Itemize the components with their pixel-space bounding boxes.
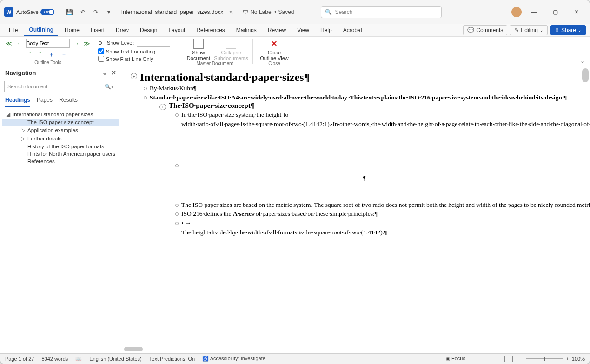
caret-right-icon[interactable]: ▷ <box>21 127 26 133</box>
nav-tab-pages[interactable]: Pages <box>37 97 53 107</box>
document-filename[interactable]: International_standard_paper_sizes.docx <box>121 9 223 15</box>
view-print-icon[interactable] <box>489 356 497 362</box>
outline-handle-icon[interactable]: + <box>131 73 137 79</box>
user-avatar[interactable] <box>511 7 522 17</box>
document-canvas[interactable]: +International·standard·paper·sizes¶ By·… <box>121 66 590 255</box>
tab-insert[interactable]: Insert <box>86 25 109 35</box>
group-label-outline: Outline Tools <box>34 60 61 65</box>
promote-icon[interactable]: ← <box>15 39 24 48</box>
demote-icon[interactable]: → <box>72 39 80 48</box>
nav-tab-headings[interactable]: Headings <box>5 97 30 107</box>
nav-dropdown-icon[interactable]: ⌄ <box>102 69 107 76</box>
show-first-line-checkbox[interactable]: Show First Line Only <box>98 56 170 62</box>
tab-design[interactable]: Design <box>135 25 162 35</box>
status-words[interactable]: 8042 words <box>41 356 68 362</box>
nav-heading-item[interactable]: The ISO paper size concept <box>2 119 119 126</box>
undo-icon[interactable]: ↶ <box>78 7 88 17</box>
tab-file[interactable]: File <box>4 25 22 35</box>
outline-bullet-icon[interactable] <box>144 87 147 90</box>
save-icon[interactable]: 💾 <box>65 7 75 17</box>
save-dropdown-icon[interactable]: ⌄ <box>296 10 299 14</box>
horizontal-scrollbar[interactable] <box>122 346 581 352</box>
outline-bullet-icon[interactable] <box>175 164 179 167</box>
move-down-icon[interactable]: ˅ <box>37 50 43 60</box>
close-outline-button[interactable]: ✕ Close Outline View <box>259 39 289 61</box>
tab-view[interactable]: View <box>292 25 314 35</box>
doc-pilcrow-floating[interactable]: ¶ <box>363 175 562 182</box>
spellcheck-icon[interactable]: 📖 <box>75 356 82 362</box>
shield-icon: 🛡 <box>243 9 248 15</box>
tab-layout[interactable]: Layout <box>164 25 190 35</box>
doc-paragraph[interactable]: • → The·height·divided·by·the·width·of·a… <box>181 218 377 237</box>
status-page[interactable]: Page 1 of 27 <box>5 356 34 362</box>
outline-handle-icon[interactable]: + <box>159 104 166 110</box>
zoom-level[interactable]: 100% <box>572 356 585 362</box>
show-document-button[interactable]: Show Document <box>184 39 213 61</box>
status-accessibility[interactable]: ♿ Accessibility: Investigate <box>202 356 265 362</box>
show-level-dropdown[interactable] <box>137 39 170 47</box>
tab-mailings[interactable]: Mailings <box>232 25 261 35</box>
tab-outlining[interactable]: Outlining <box>24 25 58 36</box>
demote-to-body-icon[interactable]: ≫ <box>82 39 92 48</box>
doc-paragraph[interactable]: The·ISO·paper·sizes·are·based·on·the·met… <box>181 200 377 210</box>
tab-draw[interactable]: Draw <box>111 25 133 35</box>
nav-heading-item[interactable]: Hints for North American paper users <box>2 150 119 158</box>
vertical-scrollbar[interactable] <box>582 68 589 82</box>
tab-review[interactable]: Review <box>263 25 291 35</box>
filename-dropdown-icon[interactable]: ✎ <box>226 7 236 17</box>
zoom-out-button[interactable]: − <box>520 356 523 362</box>
collapse-icon[interactable]: － <box>60 50 68 60</box>
editing-mode-button[interactable]: ✎Editing⌄ <box>510 25 548 35</box>
zoom-in-button[interactable]: + <box>566 356 569 362</box>
show-level-row[interactable]: ⊕⁻Show Level: <box>98 39 170 47</box>
save-status: Saved <box>278 9 294 15</box>
nav-heading-item[interactable]: History of the ISO paper formats <box>2 143 119 150</box>
doc-paragraph[interactable]: In·the·ISO·paper·size·system,·the·height… <box>181 110 377 128</box>
doc-title[interactable]: International·standard·paper·sizes¶ <box>140 71 310 84</box>
caret-right-icon[interactable]: ▷ <box>21 135 26 142</box>
nav-tab-results[interactable]: Results <box>59 97 78 107</box>
doc-intro[interactable]: Standard·paper·sizes·like·ISO·A4·are·wid… <box>150 93 391 102</box>
outline-bullet-icon[interactable] <box>175 212 179 216</box>
outline-level-select[interactable] <box>26 39 70 48</box>
expand-icon[interactable]: ＋ <box>47 50 56 60</box>
tab-home[interactable]: Home <box>60 25 84 35</box>
group-label-master: Master Document <box>196 61 233 66</box>
view-read-icon[interactable] <box>473 356 481 362</box>
move-up-icon[interactable]: ˄ <box>27 50 33 60</box>
outline-bullet-icon[interactable] <box>175 113 179 117</box>
search-box[interactable]: 🔍 Search <box>321 6 442 18</box>
comments-button[interactable]: 💬Comments <box>463 25 507 35</box>
share-button[interactable]: ⇪Share⌄ <box>550 25 586 35</box>
ribbon-collapse-icon[interactable]: ⌄ <box>580 58 585 64</box>
qat-dropdown-icon[interactable]: ▾ <box>104 7 114 17</box>
tab-references[interactable]: References <box>192 25 229 35</box>
nav-heading-root[interactable]: ◢International standard paper sizes <box>2 110 119 119</box>
maximize-button[interactable]: ▢ <box>546 5 564 19</box>
doc-h2[interactable]: The·ISO·paper·size·concept¶ <box>169 102 254 110</box>
doc-byline[interactable]: By·Markus·Kuhn¶ <box>150 84 196 93</box>
outline-bullet-icon[interactable] <box>144 96 147 99</box>
outline-bullet-icon[interactable] <box>175 222 179 225</box>
show-text-formatting-checkbox[interactable]: Show Text Formatting <box>98 48 170 54</box>
view-web-icon[interactable] <box>504 356 513 362</box>
nav-search-input[interactable]: Search document 🔍▾ <box>4 81 117 92</box>
focus-mode-button[interactable]: ▣ Focus <box>445 356 465 362</box>
promote-to-heading1-icon[interactable]: ≪ <box>4 39 13 48</box>
outline-bullet-icon[interactable] <box>175 204 179 207</box>
minimize-button[interactable]: — <box>524 5 543 19</box>
zoom-slider[interactable] <box>526 358 563 359</box>
close-button[interactable]: ✕ <box>567 5 586 19</box>
nav-close-icon[interactable]: ✕ <box>111 69 116 76</box>
nav-heading-item[interactable]: ▷Application examples <box>2 126 119 134</box>
doc-blank[interactable] <box>181 161 183 170</box>
caret-down-icon[interactable]: ◢ <box>6 111 11 118</box>
tab-acrobat[interactable]: Acrobat <box>338 25 367 35</box>
nav-heading-item[interactable]: ▷Further details <box>2 134 119 143</box>
tab-help[interactable]: Help <box>316 25 337 35</box>
redo-icon[interactable]: ↷ <box>91 7 101 17</box>
status-language[interactable]: English (United States) <box>89 356 142 362</box>
nav-heading-item[interactable]: References <box>2 158 119 165</box>
status-predictions[interactable]: Text Predictions: On <box>149 356 195 362</box>
doc-paragraph[interactable]: ISO·216·defines·the·A·series·of·paper·si… <box>181 209 377 218</box>
